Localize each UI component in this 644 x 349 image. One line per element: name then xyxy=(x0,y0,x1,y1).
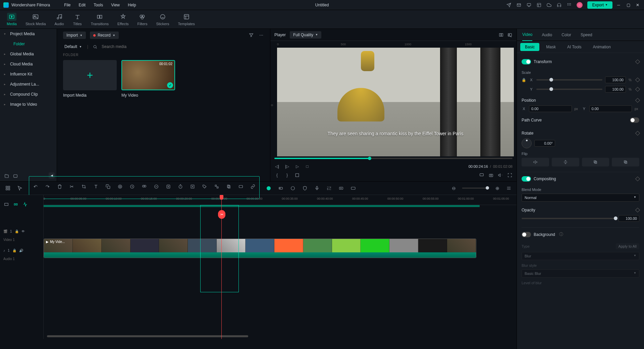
link-icon[interactable] xyxy=(117,184,123,190)
export-button[interactable]: Export▼ xyxy=(587,1,612,9)
track-motion-icon[interactable] xyxy=(190,184,196,190)
apps-icon[interactable] xyxy=(567,2,572,8)
compositing-toggle[interactable] xyxy=(522,176,531,182)
record-dropdown[interactable]: Record▼ xyxy=(90,32,119,39)
prev-frame-button[interactable]: ◁| xyxy=(274,164,280,169)
scale-y-slider[interactable] xyxy=(536,89,602,90)
zoom-in-icon[interactable]: ⊕ xyxy=(494,185,500,191)
folder-icon[interactable] xyxy=(13,173,18,179)
marker-add-icon[interactable] xyxy=(290,185,296,191)
tab-audio[interactable]: Audio xyxy=(542,29,552,41)
adjust-icon[interactable] xyxy=(153,184,159,190)
volume-icon[interactable] xyxy=(498,172,503,178)
tracks-area[interactable]: 00:00 00:00:05:00 00:00:10:00 00:00:15:0… xyxy=(44,195,517,339)
track-settings-icon[interactable] xyxy=(3,201,9,207)
compositing-keyframe[interactable] xyxy=(635,177,640,181)
mark-in-icon[interactable]: { xyxy=(274,172,280,178)
split-icon[interactable]: ✂ xyxy=(69,184,75,190)
flip-vertical-button[interactable] xyxy=(552,158,579,166)
blur-style-select[interactable]: Basic Blur▼ xyxy=(522,269,639,278)
auto-reframe-icon[interactable] xyxy=(266,185,272,191)
quality-dropdown[interactable]: Full Quality▼ xyxy=(290,31,321,39)
ribbon-filters[interactable]: Filters xyxy=(137,13,147,26)
menu-view[interactable]: View xyxy=(111,3,120,7)
crop-preview-icon[interactable] xyxy=(294,172,300,178)
scale-x-value[interactable]: 100.00 xyxy=(605,77,626,83)
position-y-value[interactable]: 0.00 xyxy=(589,105,632,112)
ribbon-templates[interactable]: Templates xyxy=(178,13,195,26)
rotate-keyframe[interactable] xyxy=(635,131,640,136)
cursor-icon[interactable] xyxy=(17,185,23,191)
close-button[interactable]: ✕ xyxy=(636,3,641,7)
display-icon[interactable] xyxy=(479,172,484,178)
opacity-value[interactable]: 100.00 xyxy=(619,215,639,222)
video-preview[interactable]: They are seen sharing a romantic kiss by… xyxy=(277,48,514,156)
stop-button[interactable]: □ xyxy=(305,164,310,169)
menu-help[interactable]: Help xyxy=(128,3,136,7)
sidebar-item-folder[interactable]: Folder xyxy=(0,39,57,49)
ribbon-stickers[interactable]: Stickers xyxy=(156,13,169,26)
picture-icon[interactable] xyxy=(507,32,513,38)
delete-icon[interactable] xyxy=(57,184,63,190)
magnet-icon[interactable] xyxy=(5,185,11,191)
video-track-header[interactable]: 🎬1 🔒 👁 xyxy=(0,225,43,238)
sidebar-item-adjustment-layer[interactable]: ▸Adjustment La... xyxy=(0,79,57,89)
zoom-out-icon[interactable]: ⊖ xyxy=(451,185,457,191)
opacity-slider[interactable] xyxy=(522,218,616,219)
play-button[interactable]: ▷ xyxy=(294,164,300,169)
subtab-basic[interactable]: Basic xyxy=(520,43,539,51)
tab-color[interactable]: Color xyxy=(561,29,571,41)
rotate-dial[interactable] xyxy=(522,138,532,148)
maximize-button[interactable]: ▢ xyxy=(627,3,631,7)
visibility-icon[interactable]: 👁 xyxy=(21,230,25,233)
split-marker[interactable]: ✂ xyxy=(218,210,225,219)
compare-icon[interactable] xyxy=(498,32,504,38)
redo-icon[interactable]: ↷ xyxy=(45,184,51,190)
playback-progress[interactable] xyxy=(274,158,513,159)
transform-toggle[interactable] xyxy=(522,59,531,64)
sidebar-item-project-media[interactable]: ▾Project Media xyxy=(0,29,57,39)
timer-icon[interactable] xyxy=(177,184,183,190)
ribbon-effects[interactable]: Effects xyxy=(117,13,128,26)
filter-icon[interactable] xyxy=(249,33,254,38)
subtab-ai-tools[interactable]: AI Tools xyxy=(562,43,586,51)
tab-speed[interactable]: Speed xyxy=(581,29,592,41)
track-link-icon[interactable] xyxy=(13,201,19,207)
export-clip-icon[interactable] xyxy=(338,185,344,191)
scale-y-keyframe[interactable] xyxy=(635,87,640,92)
flip-horizontal-button[interactable] xyxy=(522,158,549,166)
lock-track-icon[interactable]: 🔒 xyxy=(15,230,19,233)
import-media-card[interactable]: + Import Media xyxy=(63,60,117,98)
sidebar-item-cloud-media[interactable]: ▸Cloud Media xyxy=(0,59,57,69)
apply-all-button[interactable]: Apply to All xyxy=(616,243,639,249)
sidebar-item-influence-kit[interactable]: ▸Influence Kit xyxy=(0,69,57,79)
shield-icon[interactable] xyxy=(302,185,308,191)
flip-copy1-button[interactable] xyxy=(582,158,609,166)
time-ruler[interactable]: 00:00 00:00:05:00 00:00:10:00 00:00:15:0… xyxy=(44,195,517,205)
record-audio-icon[interactable] xyxy=(278,185,284,191)
audio-track-header[interactable]: ♪1 🔒 🔊 xyxy=(0,244,43,257)
keyframe-icon[interactable] xyxy=(165,184,171,190)
position-x-value[interactable]: 0.00 xyxy=(529,105,572,112)
next-frame-button[interactable]: |▷ xyxy=(284,164,290,169)
mute-icon[interactable]: 🔊 xyxy=(19,249,23,252)
cloud-icon[interactable] xyxy=(546,2,552,8)
opacity-keyframe[interactable] xyxy=(635,208,640,212)
layout-icon[interactable] xyxy=(536,2,542,8)
ribbon-media[interactable]: Media xyxy=(7,13,17,26)
speed-icon[interactable] xyxy=(129,184,135,190)
ribbon-titles[interactable]: Titles xyxy=(73,13,82,26)
sidebar-item-image-to-video[interactable]: ▸Image to Video xyxy=(0,99,57,109)
ribbon-audio[interactable]: Audio xyxy=(55,13,64,26)
subtab-mask[interactable]: Mask xyxy=(541,43,560,51)
snapshot-icon[interactable] xyxy=(488,172,494,178)
message-icon[interactable] xyxy=(516,2,522,8)
path-curve-toggle[interactable] xyxy=(630,117,639,123)
scale-y-value[interactable]: 100.00 xyxy=(605,86,626,93)
ratio-icon[interactable] xyxy=(350,185,356,191)
mic-icon[interactable] xyxy=(314,185,320,191)
position-keyframe[interactable] xyxy=(635,98,640,103)
sort-dropdown[interactable]: Default▼ xyxy=(63,44,83,50)
render-icon[interactable] xyxy=(238,184,244,190)
lock-audio-icon[interactable]: 🔒 xyxy=(12,249,16,252)
